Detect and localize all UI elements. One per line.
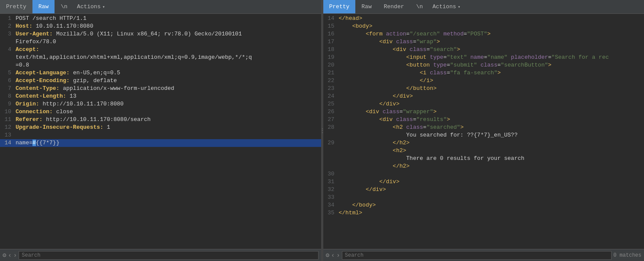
left-line-2: 2 Host: 10.10.11.170:8080	[0, 22, 321, 30]
right-panel: Pretty Raw Render \n Actions ▾ 14 </head…	[323, 0, 644, 261]
right-bottom-section: ⚙ ‹ › 0 matches	[323, 249, 644, 261]
right-line-30: 30	[323, 170, 644, 178]
left-panel: Pretty Raw \n Actions ▾ 1 POST /search H…	[0, 0, 322, 261]
right-line-28b: You searched for: ??{7*7}_en_US??	[323, 131, 644, 139]
left-line-14: 14 name=#{{7*7}}	[0, 139, 321, 147]
right-tab-bar: Pretty Raw Render \n Actions ▾	[323, 0, 644, 14]
left-line-7: 7 Content-Type: application/x-www-form-u…	[0, 85, 321, 92]
right-bottom-bar: ⚙ ‹ › 0 matches	[323, 249, 644, 261]
left-line-13: 13	[0, 131, 321, 139]
right-line-22: 22 </i>	[323, 77, 644, 85]
right-line-14: 14 </head>	[323, 15, 644, 22]
right-line-32: 32 </div>	[323, 186, 644, 194]
left-line-8: 8 Content-Length: 13	[0, 92, 321, 100]
left-line-4: 4 Accept:	[0, 46, 321, 54]
left-back-icon[interactable]: ‹	[8, 252, 11, 259]
left-line-11: 11 Referer: http://10.10.11.170:8080/sea…	[0, 116, 321, 124]
left-tab-actions[interactable]: Actions ▾	[74, 2, 109, 12]
right-tab-pretty[interactable]: Pretty	[323, 0, 356, 13]
right-line-35: 35 </html>	[323, 209, 644, 217]
right-search-input[interactable]	[342, 251, 612, 260]
left-tab-bar: Pretty Raw \n Actions ▾	[0, 0, 321, 14]
left-settings-icon[interactable]: ⚙	[3, 251, 6, 259]
right-actions-chevron-icon: ▾	[458, 4, 460, 10]
left-line-10: 10 Connection: close	[0, 108, 321, 116]
right-forward-icon[interactable]: ›	[336, 252, 340, 259]
right-tab-actions[interactable]: Actions ▾	[429, 2, 464, 12]
right-line-15: 15 <body>	[323, 22, 644, 30]
left-line-4b: text/html,application/xhtml+xml,applicat…	[0, 54, 321, 61]
right-content: 14 </head> 15 <body> 16 <form action="/s…	[323, 14, 644, 249]
left-actions-chevron-icon: ▾	[102, 4, 105, 10]
right-tab-raw[interactable]: Raw	[355, 0, 377, 13]
right-line-21: 21 <i class="fa fa-search">	[323, 69, 644, 77]
right-match-count: 0 matches	[613, 252, 641, 258]
right-line-16: 16 <form action="/search" method="POST">	[323, 30, 644, 38]
right-line-23: 23 </button>	[323, 85, 644, 92]
right-line-29c: There are 0 results for your search	[323, 155, 644, 162]
right-line-17: 17 <div class="wrap">	[323, 38, 644, 46]
right-tab-render[interactable]: Render	[378, 0, 410, 13]
left-line-12: 12 Upgrade-Insecure-Requests: 1	[0, 124, 321, 131]
right-line-19: 19 <input type="text" name="name" placeh…	[323, 54, 644, 61]
right-line-34: 34 </body>	[323, 201, 644, 209]
left-line-3: 3 User-Agent: Mozilla/5.0 (X11; Linux x8…	[0, 30, 321, 38]
right-line-20: 20 <button type="submit" class="searchBu…	[323, 61, 644, 69]
left-line-4c: =0.8	[0, 61, 321, 69]
right-line-31: 31 </div>	[323, 178, 644, 186]
left-line-9: 9 Origin: http://10.10.11.170:8080	[0, 100, 321, 108]
left-tab-raw[interactable]: Raw	[32, 0, 55, 13]
right-line-26: 26 <div class="wrapper">	[323, 108, 644, 116]
left-content: 1 POST /search HTTP/1.1 2 Host: 10.10.11…	[0, 14, 321, 249]
right-line-28: 28 <h2 class="searched">	[323, 124, 644, 131]
left-tab-pretty[interactable]: Pretty	[0, 0, 32, 13]
left-actions-label: Actions	[77, 3, 101, 10]
left-line-3b: Firefox/78.0	[0, 38, 321, 46]
left-search-input[interactable]	[19, 251, 318, 260]
right-line-25: 25 </div>	[323, 100, 644, 108]
left-bottom-bar: ⚙ ‹ ›	[0, 249, 321, 261]
right-line-24: 24 </div>	[323, 92, 644, 100]
right-actions-label: Actions	[432, 3, 456, 10]
left-bottom-section: ⚙ ‹ ›	[0, 249, 321, 261]
right-line-18: 18 <div class="search">	[323, 46, 644, 54]
right-line-33: 33	[323, 194, 644, 201]
left-line-6: 6 Accept-Encoding: gzip, deflate	[0, 77, 321, 85]
right-line-29: 29 </h2>	[323, 139, 644, 147]
right-tab-newline[interactable]: \n	[410, 0, 429, 13]
left-tab-newline[interactable]: \n	[55, 0, 74, 13]
left-forward-icon[interactable]: ›	[13, 252, 17, 259]
right-back-icon[interactable]: ‹	[331, 252, 335, 259]
panel-divider[interactable]	[322, 0, 323, 261]
left-line-5: 5 Accept-Language: en-US,en;q=0.5	[0, 69, 321, 77]
right-line-29b: <h2>	[323, 147, 644, 155]
right-settings-icon[interactable]: ⚙	[326, 251, 329, 259]
left-line-1: 1 POST /search HTTP/1.1	[0, 15, 321, 22]
right-line-29d: </h2>	[323, 162, 644, 170]
right-line-27: 27 <div class="results">	[323, 116, 644, 124]
